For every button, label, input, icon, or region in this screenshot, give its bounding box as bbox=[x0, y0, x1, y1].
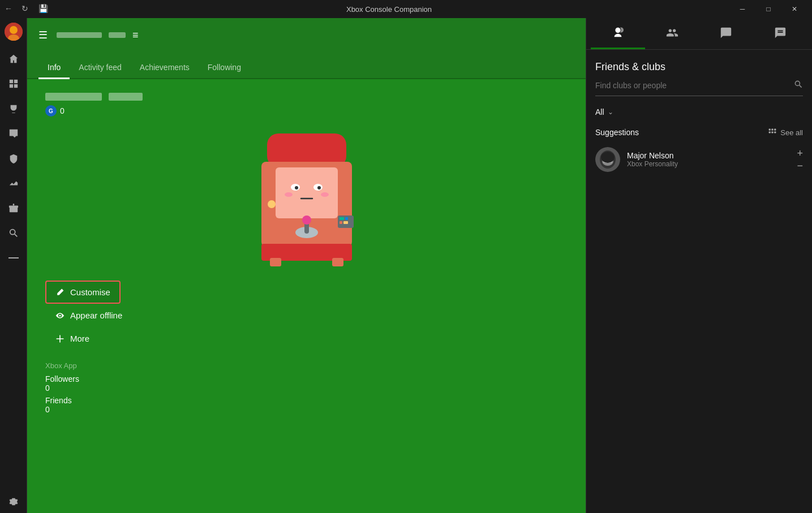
main-content: G 0 bbox=[27, 79, 586, 513]
svg-rect-26 bbox=[345, 217, 348, 220]
customise-label: Customise bbox=[70, 287, 110, 297]
svg-rect-28 bbox=[343, 221, 348, 224]
window-controls: ─ □ ✕ bbox=[729, 0, 807, 18]
sidebar-item-gift[interactable] bbox=[2, 197, 25, 219]
suggestion-name: Major Nelson bbox=[627, 151, 790, 160]
svg-rect-3 bbox=[9, 80, 12, 83]
svg-rect-27 bbox=[340, 221, 342, 224]
svg-rect-4 bbox=[14, 80, 17, 83]
major-nelson-avatar bbox=[595, 147, 620, 172]
suggestion-item-major-nelson: Major Nelson Xbox Personality + − bbox=[586, 141, 812, 178]
sidebar-item-search[interactable] bbox=[2, 222, 25, 244]
svg-point-22 bbox=[268, 200, 276, 208]
close-button[interactable]: ✕ bbox=[781, 0, 807, 18]
sidebar-item-trending[interactable] bbox=[2, 172, 25, 195]
tab-activity-feed[interactable]: Activity feed bbox=[70, 57, 130, 79]
svg-point-35 bbox=[795, 81, 800, 85]
right-panel: Friends & clubs All ⌄ Suggestions bbox=[586, 18, 812, 513]
filter-label: All bbox=[595, 107, 604, 117]
svg-point-31 bbox=[302, 215, 311, 225]
suggestion-add-button[interactable]: + bbox=[797, 148, 803, 158]
svg-rect-39 bbox=[774, 129, 776, 131]
sidebar-item-minus[interactable] bbox=[2, 247, 25, 269]
followers-value: 0 bbox=[45, 383, 568, 393]
header-tag-blurred bbox=[109, 32, 126, 38]
svg-rect-11 bbox=[8, 257, 19, 258]
window-title: Xbox Console Companion bbox=[49, 5, 729, 14]
svg-rect-14 bbox=[276, 167, 338, 218]
right-panel-tabs bbox=[586, 18, 812, 50]
chevron-down-icon: ⌄ bbox=[608, 108, 613, 116]
customise-button[interactable]: Customise bbox=[45, 281, 121, 304]
user-avatar[interactable] bbox=[5, 23, 23, 41]
tab-following[interactable]: Following bbox=[199, 57, 250, 79]
avatar-area bbox=[45, 128, 568, 269]
right-tab-notifications[interactable] bbox=[753, 18, 807, 49]
nav-tabs: Info Activity feed Achievements Followin… bbox=[27, 52, 586, 79]
plus-icon bbox=[55, 334, 65, 343]
header-expand-icon[interactable]: ≡ bbox=[132, 29, 139, 41]
sidebar bbox=[0, 18, 27, 513]
appear-offline-button[interactable]: Appear offline bbox=[45, 304, 132, 327]
profile-tag-blurred bbox=[109, 93, 143, 101]
sidebar-item-chat[interactable] bbox=[2, 122, 25, 145]
suggestion-description: Xbox Personality bbox=[627, 160, 790, 168]
search-icon[interactable] bbox=[794, 80, 803, 91]
followers-label: Followers bbox=[45, 374, 568, 383]
gamerscore-row: G 0 bbox=[45, 105, 568, 117]
svg-rect-38 bbox=[772, 129, 774, 131]
suggestion-info: Major Nelson Xbox Personality bbox=[627, 151, 790, 168]
sidebar-item-settings[interactable] bbox=[2, 490, 25, 513]
right-tab-friends[interactable] bbox=[591, 18, 645, 49]
followers-row: Followers 0 bbox=[45, 374, 568, 393]
svg-rect-7 bbox=[9, 207, 17, 212]
titlebar: ← ↻ 💾 Xbox Console Companion ─ □ ✕ bbox=[0, 0, 812, 18]
save-icon[interactable]: 💾 bbox=[38, 4, 49, 14]
profile-username-blurred bbox=[45, 93, 102, 101]
svg-point-9 bbox=[10, 230, 15, 235]
content-area: ☰ ≡ Info Activity feed Achievements Foll… bbox=[27, 18, 586, 513]
filter-row[interactable]: All ⌄ bbox=[586, 103, 812, 121]
maximize-button[interactable]: □ bbox=[755, 0, 781, 18]
back-icon[interactable]: ← bbox=[5, 4, 15, 14]
friends-clubs-title: Friends & clubs bbox=[586, 50, 812, 80]
profile-name-row bbox=[45, 93, 568, 101]
header-profile-block: ≡ bbox=[57, 29, 139, 41]
sidebar-item-home[interactable] bbox=[2, 48, 25, 70]
refresh-icon[interactable]: ↻ bbox=[22, 4, 32, 14]
friends-label: Friends bbox=[45, 396, 568, 405]
sidebar-item-grid[interactable] bbox=[2, 72, 25, 95]
svg-rect-6 bbox=[14, 84, 17, 88]
sidebar-item-shield[interactable] bbox=[2, 147, 25, 170]
grid-dots-icon bbox=[768, 128, 777, 137]
svg-point-19 bbox=[285, 192, 293, 197]
right-tab-clubs[interactable] bbox=[645, 18, 699, 49]
see-all-button[interactable]: See all bbox=[768, 128, 803, 137]
friends-icon bbox=[612, 27, 624, 39]
tab-info[interactable]: Info bbox=[38, 57, 70, 79]
suggestions-header: Suggestions See all bbox=[586, 121, 812, 141]
svg-point-18 bbox=[317, 186, 321, 189]
tab-achievements[interactable]: Achievements bbox=[131, 57, 199, 79]
eye-icon bbox=[55, 311, 65, 320]
search-input[interactable] bbox=[595, 81, 794, 90]
more-label: More bbox=[70, 334, 89, 343]
search-bar[interactable] bbox=[595, 80, 803, 96]
friends-row: Friends 0 bbox=[45, 396, 568, 414]
appear-offline-label: Appear offline bbox=[70, 311, 122, 320]
svg-rect-41 bbox=[772, 131, 774, 133]
minimize-button[interactable]: ─ bbox=[729, 0, 755, 18]
app-container: ☰ ≡ Info Activity feed Achievements Foll… bbox=[0, 18, 812, 513]
header: ☰ ≡ bbox=[27, 18, 586, 52]
header-hamburger[interactable]: ☰ bbox=[38, 29, 48, 41]
suggestion-remove-button[interactable]: − bbox=[797, 161, 803, 171]
messages-icon bbox=[720, 27, 732, 39]
more-button[interactable]: More bbox=[45, 327, 100, 350]
svg-point-1 bbox=[10, 26, 18, 34]
suggestion-actions: + − bbox=[797, 148, 803, 171]
svg-point-23 bbox=[268, 212, 276, 219]
right-tab-messages[interactable] bbox=[699, 18, 754, 49]
sidebar-item-trophy[interactable] bbox=[2, 97, 25, 120]
gamerscore-value: 0 bbox=[60, 106, 65, 115]
svg-rect-25 bbox=[340, 217, 344, 220]
